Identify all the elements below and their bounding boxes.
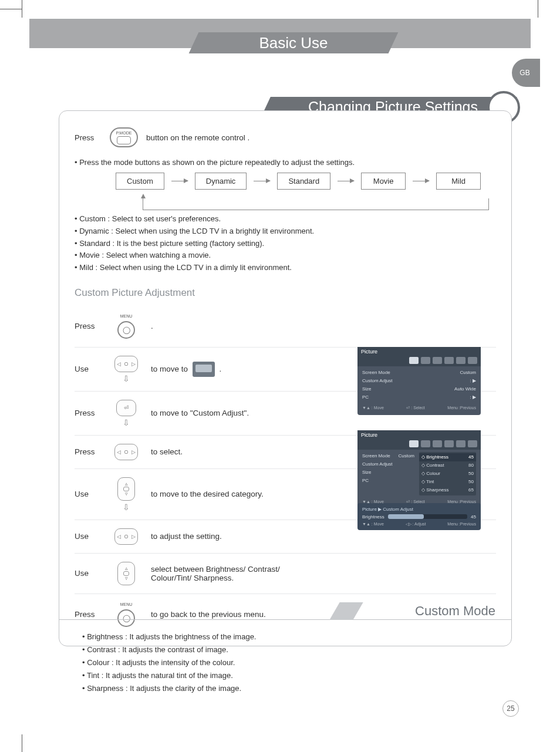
arrow-right-icon [413, 181, 429, 181]
osd-label: Custom Adjust [362, 377, 393, 385]
mode-custom: Custom [116, 173, 164, 190]
bottom-list-item: • Contrast : It adjusts the contrast of … [82, 643, 501, 656]
nav-left-right-icon [114, 356, 138, 372]
step-text: to adjust the setting. [151, 532, 222, 541]
header-tab-title: Basic Use [205, 34, 382, 52]
desc-line: • Custom : Select to set user's preferen… [75, 213, 496, 225]
page-number: 25 [502, 700, 519, 717]
osd-value: Custom [398, 453, 414, 460]
loop-line-icon [143, 198, 489, 210]
button-rect-icon [117, 136, 131, 144]
arrow-right-icon [338, 181, 354, 181]
arrow-right-icon [254, 181, 270, 181]
osd-sub-label: ◇ Colour [421, 470, 440, 477]
osd-value: Auto Wide [454, 386, 476, 393]
mode-movie: Movie [361, 173, 406, 190]
osd-sub-label: ◇ Sharpness [421, 487, 448, 494]
down-arrow-icon: ⇩ [123, 419, 130, 427]
osd-foot: ▼▲ : Move [362, 522, 384, 527]
step-row: Press MENU ◯ . [75, 306, 496, 347]
bottom-list-item: • Colour : It adjusts the intensity of t… [82, 656, 501, 669]
bottom-list-item: • Brightness : It adjusts the brightness… [82, 630, 501, 643]
down-arrow-icon: ⇩ [123, 375, 130, 383]
osd-foot: ▼▲ : Move [362, 405, 384, 412]
step-verb: Press [75, 409, 102, 417]
nav-up-down-icon [117, 562, 135, 585]
bottom-list-item: • Sharpness : It adjusts the clarity of … [82, 682, 501, 695]
press-label: Press [75, 133, 102, 142]
osd-label: Size [362, 386, 372, 393]
step-verb: Use [75, 490, 102, 498]
mode-standard: Standard [277, 173, 330, 190]
pmode-label: P.MODE [116, 131, 132, 135]
step-verb: Press [75, 322, 102, 331]
osd-bar-label: Brightness [362, 514, 384, 520]
language-tab: GB [512, 59, 540, 87]
nav-up-down-icon [117, 477, 135, 501]
osd-title: Picture [361, 432, 377, 438]
intro-row: Press P.MODE button on the remote contro… [75, 127, 496, 147]
step-verb: Press [75, 447, 102, 456]
step-text: to move to the desired category. [151, 490, 264, 498]
osd-sub-value: 80 [468, 462, 474, 469]
bottom-title: Custom Mode [415, 603, 495, 619]
osd-foot: ⏎ : Select [406, 405, 424, 412]
crop-mark [538, 0, 538, 18]
desc-line: • Standard : It is the best picture sett… [75, 238, 496, 250]
nav-left-right-icon [114, 444, 138, 460]
osd-panel-1: Picture Screen ModeCustom Custom Adjust:… [357, 347, 481, 415]
osd-label: Screen Mode [362, 369, 390, 376]
osd-label: PC [362, 477, 369, 484]
step-verb: Use [75, 569, 102, 578]
osd-foot: Menu :Previous [447, 522, 476, 527]
osd-sub-label: ◇ Brightness [421, 454, 448, 461]
step-text: to move to "Custom Adjust". [151, 409, 249, 417]
step-text-post: . [220, 365, 222, 373]
osd-slider-bar-icon [388, 514, 467, 519]
osd-breadcrumb: Picture ▶ Custom Adjust [362, 507, 476, 512]
osd-value: : ▶ [470, 394, 476, 401]
osd-sub-value: 45 [468, 454, 474, 461]
step-text-pre: to move to [151, 365, 188, 373]
osd-value: Custom [460, 369, 476, 376]
osd-sub-value: 65 [468, 487, 474, 494]
osd-sub-label: ◇ Tint [421, 478, 434, 485]
osd-label: PC [362, 394, 369, 401]
step-row: Use select between Brightness/ Contrast/… [75, 553, 496, 593]
step-text: . [151, 322, 153, 331]
osd-label: Custom Adjust [362, 461, 393, 468]
osd-foot: ◁▷ : Adjust [406, 522, 426, 527]
osd-sub-label: ◇ Contrast [421, 462, 444, 469]
menu-label: MENU [120, 314, 133, 318]
step-verb: Use [75, 532, 102, 541]
mode-note: • Press the mode buttons as shown on the… [75, 158, 496, 167]
desc-line: • Movie : Select when watching a movie. [75, 249, 496, 262]
sub-heading: Custom Picture Adjustment [75, 287, 496, 299]
osd-foot: Menu :Previous [447, 405, 476, 412]
bottom-list: • Brightness : It adjusts the brightness… [82, 630, 501, 695]
steps-area: Press MENU ◯ . Use ⇩ to move to . Press [75, 306, 496, 635]
bottom-list-item: • Tint : It adjusts the natural tint of … [82, 669, 501, 682]
osd-title: Picture [361, 349, 377, 355]
crop-mark [0, 9, 22, 9]
osd-sub-value: 50 [468, 478, 474, 485]
mode-flow: Custom Dynamic Standard Movie Mild [116, 173, 496, 190]
desc-line: • Dynamic : Select when using the LCD TV… [75, 225, 496, 238]
menu-button-icon: ◯ [117, 321, 135, 339]
down-arrow-icon: ⇩ [123, 503, 130, 511]
crop-mark [22, 0, 22, 18]
osd-panel-2: Picture Screen ModeCustom Custom Adjust … [357, 430, 481, 509]
nav-left-right-icon [114, 528, 138, 545]
step-text: to select. [151, 447, 183, 456]
enter-button-icon: ⏎ [116, 400, 136, 416]
desc-line: • Mild : Select when using the LCD TV in… [75, 262, 496, 274]
step-text: select between Brightness/ Contrast/ Col… [151, 565, 303, 582]
osd-label: Screen Mode [362, 453, 390, 460]
pmode-button-icon: P.MODE [110, 127, 138, 147]
osd-panel-3: Picture ▶ Custom Adjust Brightness 45 ▼▲… [357, 503, 481, 530]
osd-sub-value: 50 [468, 470, 474, 477]
step-text: to move to . [151, 362, 221, 377]
mode-dynamic: Dynamic [195, 173, 247, 190]
mode-descriptions: • Custom : Select to set user's preferen… [75, 213, 496, 274]
intro-suffix: button on the remote control . [146, 133, 249, 142]
